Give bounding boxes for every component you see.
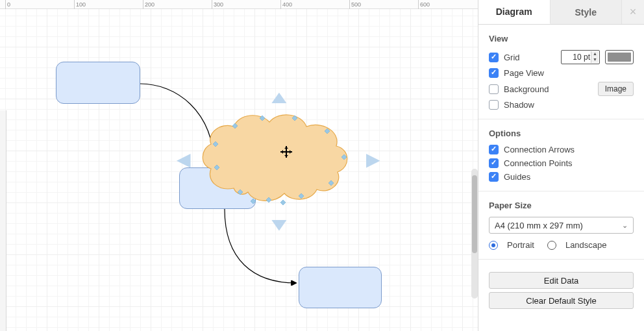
chevron-down-icon: ⌄ [622, 221, 628, 230]
label-portrait: Portrait [507, 240, 534, 250]
paper-size-select[interactable]: A4 (210 mm x 297 mm) ⌄ [489, 217, 634, 234]
checkbox-page-view[interactable] [489, 68, 499, 78]
checkbox-background[interactable] [489, 84, 499, 94]
shape-cloud-selected[interactable] [195, 104, 357, 208]
tab-style[interactable]: Style [551, 0, 623, 24]
checkbox-grid[interactable] [489, 53, 499, 62]
section-title: Options [489, 129, 634, 138]
label-page-view: Page View [504, 68, 544, 78]
paper-size-value: A4 (210 mm x 297 mm) [495, 221, 583, 230]
label-shadow: Shadow [504, 100, 534, 110]
grid-color-well[interactable] [605, 50, 634, 64]
panel-close-button[interactable]: × [622, 0, 644, 24]
format-panel: Diagram Style × View Grid 10 pt ▲▼ Page … [478, 0, 644, 331]
scrollbar-thumb[interactable] [472, 175, 477, 253]
resize-arrow-w[interactable]: ◀ [177, 151, 191, 169]
spin-up-icon[interactable]: ▲ [591, 51, 599, 57]
label-grid: Grid [504, 53, 556, 62]
diagram-canvas[interactable]: 0100200300400500600 ▲ ▼ ◀ ▶ [0, 0, 478, 331]
resize-arrow-e[interactable]: ▶ [366, 151, 380, 169]
section-paper-size: Paper Size A4 (210 mm x 297 mm) ⌄ Portra… [478, 191, 644, 260]
background-image-button[interactable]: Image [598, 82, 634, 96]
label-background: Background [504, 84, 593, 94]
checkbox-shadow[interactable] [489, 100, 499, 110]
radio-landscape[interactable] [547, 241, 556, 250]
radio-portrait[interactable] [489, 241, 498, 250]
checkbox-conn-arrows[interactable] [489, 145, 499, 154]
label-guides: Guides [504, 172, 530, 182]
label-conn-arrows: Connection Arrows [504, 145, 575, 154]
tab-diagram[interactable]: Diagram [478, 0, 551, 24]
edit-data-button[interactable]: Edit Data [489, 272, 634, 289]
label-landscape: Landscape [565, 240, 607, 250]
spin-down-icon[interactable]: ▼ [591, 57, 599, 63]
section-view: View Grid 10 pt ▲▼ Page View Background … [478, 25, 644, 119]
clear-default-style-button[interactable]: Clear Default Style [489, 292, 634, 309]
grid-size-input[interactable]: 10 pt ▲▼ [561, 50, 600, 64]
section-title: View [489, 34, 634, 43]
checkbox-conn-points[interactable] [489, 158, 499, 168]
resize-arrow-s[interactable]: ▼ [266, 215, 291, 234]
section-actions: Edit Data Clear Default Style [478, 260, 644, 317]
shape-rect-1[interactable] [56, 62, 140, 104]
section-title: Paper Size [489, 201, 634, 210]
shape-rect-3[interactable] [299, 267, 382, 308]
label-conn-points: Connection Points [504, 158, 573, 168]
grid-size-value: 10 pt [573, 53, 590, 62]
scrollbar-vertical[interactable] [471, 169, 478, 299]
checkbox-guides[interactable] [489, 172, 499, 182]
section-options: Options Connection Arrows Connection Poi… [478, 119, 644, 191]
panel-tabs: Diagram Style × [478, 0, 644, 25]
